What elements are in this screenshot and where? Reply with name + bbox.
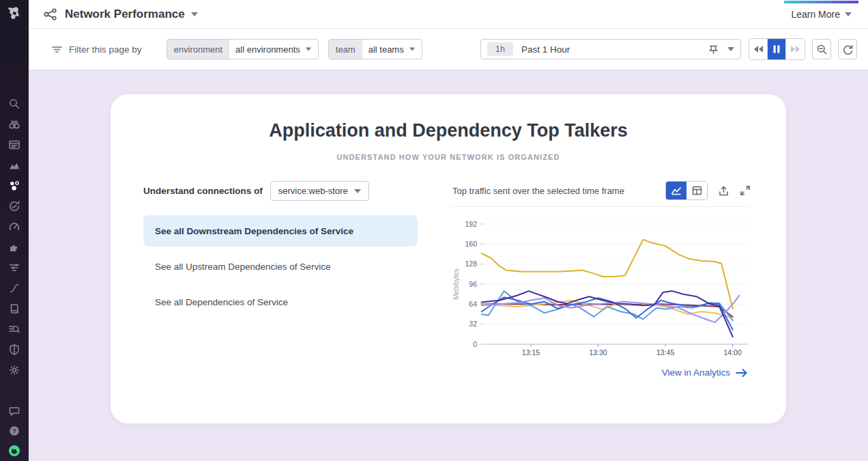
chart-panel: Top traffic sent over the selected time … [452,181,751,378]
page-content: Application and Dependency Top Talkers U… [29,70,868,461]
playback-controls [749,38,805,60]
option-upstream-dependencies[interactable]: See all Upstream Dependencies of Service [143,251,418,282]
rail-icon-list [8,98,20,376]
team-filter-key: team [329,40,362,59]
log-explorer-icon[interactable] [8,323,20,335]
team-filter-value: all teams [368,44,404,55]
svg-text:13:45: 13:45 [656,348,674,357]
synthetics-icon[interactable] [8,200,20,212]
chart-title: Top traffic sent over the selected time … [452,186,665,196]
dashboards-icon[interactable] [8,139,20,151]
filter-icon [51,44,63,55]
security-shield-icon[interactable] [8,344,20,356]
search-icon[interactable] [8,98,20,110]
environment-filter[interactable]: environment all environments [167,39,319,59]
svg-text:14:00: 14:00 [724,348,742,357]
dependency-options: See all Downstream Dependencies of Servi… [143,215,418,318]
page-title: Network Performance [65,8,185,21]
fullscreen-button[interactable] [740,185,751,196]
card-subtitle: UNDERSTAND HOW YOUR NETWORK IS ORGANIZED [111,153,786,161]
line-chart-toggle[interactable] [666,182,686,199]
svg-text:13:15: 13:15 [522,348,540,357]
learn-more-menu[interactable]: Learn More [787,1,856,27]
app-window: ? Network Performance Learn More [0,0,868,461]
left-nav-rail: ? [0,0,29,461]
refresh-button[interactable] [838,39,857,59]
service-selector[interactable]: service:web-store [270,181,369,201]
svg-text:192: 192 [465,220,477,228]
chevron-down-icon [409,47,415,51]
svg-text:?: ? [12,428,16,434]
svg-text:64: 64 [469,300,477,308]
chevron-down-icon [727,47,734,51]
monitors-gauge-icon[interactable] [8,221,20,233]
chart-view-toggle [665,181,708,200]
rail-bottom-group: ? [8,405,20,461]
top-talkers-card: Application and Dependency Top Talkers U… [111,94,786,423]
svg-text:160: 160 [465,240,477,248]
environment-filter-key: environment [167,40,230,59]
host-map-icon[interactable] [8,262,20,274]
network-icon[interactable] [8,180,20,192]
datadog-logo-icon[interactable] [5,5,24,24]
environment-filter-value: all environments [235,44,300,55]
apm-trace-icon[interactable] [8,282,20,294]
svg-text:96: 96 [469,280,477,288]
top-bar: Network Performance Learn More [29,0,868,29]
user-avatar[interactable] [8,445,20,457]
table-view-toggle[interactable] [686,182,707,199]
traffic-line-chart[interactable]: 032649612816019213:1513:3013:4514:00Mebi… [452,213,751,358]
help-icon[interactable]: ? [8,425,20,437]
service-selector-value: service:web-store [278,186,348,196]
svg-text:Mebibytes: Mebibytes [452,268,460,300]
watchdog-icon[interactable] [8,118,20,130]
network-performance-icon [42,6,59,23]
fast-forward-button[interactable] [786,39,805,59]
filter-label-group: Filter this page by [51,44,142,55]
metrics-icon[interactable] [8,159,20,171]
main-column: Network Performance Learn More Filter th… [29,0,868,461]
feedback-chat-icon[interactable] [8,405,20,417]
integrations-puzzle-icon[interactable] [8,241,20,253]
rewind-button[interactable] [749,39,768,59]
option-downstream-dependencies[interactable]: See all Downstream Dependencies of Servi… [143,215,418,247]
svg-text:0: 0 [473,340,477,348]
zoom-out-button[interactable] [812,39,831,59]
svg-text:128: 128 [465,260,477,268]
pause-button[interactable] [768,39,786,59]
svg-text:32: 32 [469,320,477,328]
page-title-dropdown[interactable]: Network Performance [42,6,198,23]
learn-more-label: Learn More [791,9,840,20]
notebooks-icon[interactable] [8,303,20,315]
export-button[interactable] [718,185,729,197]
chevron-down-icon [306,47,312,51]
arrow-right-icon [736,368,748,378]
filter-label: Filter this page by [69,44,142,55]
chevron-down-icon [845,12,852,16]
time-range-selector[interactable]: 1h Past 1 Hour [480,39,741,59]
time-range-label: Past 1 Hour [521,44,570,55]
team-filter[interactable]: team all teams [328,39,422,59]
connections-panel: Understand connections of service:web-st… [143,181,418,378]
pin-icon[interactable] [708,44,719,55]
settings-gear-icon[interactable] [8,364,20,376]
card-title: Application and Dependency Top Talkers [111,94,786,141]
view-in-analytics-link[interactable]: View in Analytics [452,367,751,378]
analytics-link-label: View in Analytics [662,367,730,378]
connections-label: Understand connections of [143,186,263,196]
svg-text:13:30: 13:30 [589,348,607,357]
chevron-down-icon [191,12,198,16]
filter-bar: Filter this page by environment all envi… [29,29,868,70]
option-all-dependencies[interactable]: See all Dependencies of Service [143,286,418,318]
chevron-down-icon [354,189,361,193]
time-range-badge: 1h [487,42,513,56]
